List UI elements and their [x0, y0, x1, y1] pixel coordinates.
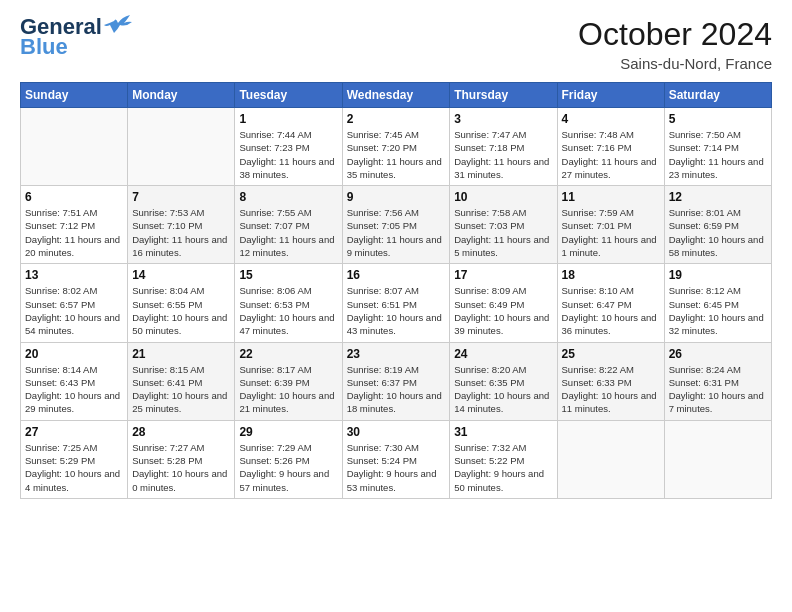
day-number: 11 — [562, 190, 660, 204]
col-header-thursday: Thursday — [450, 83, 557, 108]
daylight: Daylight: 10 hours and 7 minutes. — [669, 390, 764, 414]
sunrise: Sunrise: 8:06 AM — [239, 285, 311, 296]
daylight: Daylight: 11 hours and 31 minutes. — [454, 156, 549, 180]
daylight: Daylight: 9 hours and 57 minutes. — [239, 468, 329, 492]
sunrise: Sunrise: 7:51 AM — [25, 207, 97, 218]
col-header-saturday: Saturday — [664, 83, 771, 108]
daylight: Daylight: 10 hours and 39 minutes. — [454, 312, 549, 336]
sunset: Sunset: 6:33 PM — [562, 377, 632, 388]
sunrise: Sunrise: 7:44 AM — [239, 129, 311, 140]
sunset: Sunset: 6:59 PM — [669, 220, 739, 231]
calendar-cell: 19Sunrise: 8:12 AMSunset: 6:45 PMDayligh… — [664, 264, 771, 342]
calendar-cell: 27Sunrise: 7:25 AMSunset: 5:29 PMDayligh… — [21, 420, 128, 498]
day-info: Sunrise: 8:09 AMSunset: 6:49 PMDaylight:… — [454, 284, 552, 337]
daylight: Daylight: 9 hours and 53 minutes. — [347, 468, 437, 492]
calendar-cell: 14Sunrise: 8:04 AMSunset: 6:55 PMDayligh… — [128, 264, 235, 342]
calendar-cell — [21, 108, 128, 186]
sunset: Sunset: 5:26 PM — [239, 455, 309, 466]
calendar-cell: 7Sunrise: 7:53 AMSunset: 7:10 PMDaylight… — [128, 186, 235, 264]
sunset: Sunset: 7:01 PM — [562, 220, 632, 231]
day-number: 13 — [25, 268, 123, 282]
sunset: Sunset: 6:31 PM — [669, 377, 739, 388]
calendar-cell: 16Sunrise: 8:07 AMSunset: 6:51 PMDayligh… — [342, 264, 450, 342]
sunset: Sunset: 6:43 PM — [25, 377, 95, 388]
day-number: 15 — [239, 268, 337, 282]
sunset: Sunset: 7:10 PM — [132, 220, 202, 231]
header: General Blue October 2024 Sains-du-Nord,… — [20, 16, 772, 72]
day-info: Sunrise: 7:50 AMSunset: 7:14 PMDaylight:… — [669, 128, 767, 181]
calendar-cell: 8Sunrise: 7:55 AMSunset: 7:07 PMDaylight… — [235, 186, 342, 264]
day-info: Sunrise: 7:55 AMSunset: 7:07 PMDaylight:… — [239, 206, 337, 259]
sunrise: Sunrise: 8:01 AM — [669, 207, 741, 218]
logo-bird-icon — [104, 15, 132, 35]
calendar-cell: 23Sunrise: 8:19 AMSunset: 6:37 PMDayligh… — [342, 342, 450, 420]
day-number: 20 — [25, 347, 123, 361]
day-number: 28 — [132, 425, 230, 439]
col-header-sunday: Sunday — [21, 83, 128, 108]
daylight: Daylight: 11 hours and 38 minutes. — [239, 156, 334, 180]
sunrise: Sunrise: 8:14 AM — [25, 364, 97, 375]
daylight: Daylight: 10 hours and 43 minutes. — [347, 312, 442, 336]
day-number: 21 — [132, 347, 230, 361]
day-number: 25 — [562, 347, 660, 361]
sunrise: Sunrise: 8:10 AM — [562, 285, 634, 296]
daylight: Daylight: 11 hours and 20 minutes. — [25, 234, 120, 258]
calendar-cell: 15Sunrise: 8:06 AMSunset: 6:53 PMDayligh… — [235, 264, 342, 342]
calendar-cell: 18Sunrise: 8:10 AMSunset: 6:47 PMDayligh… — [557, 264, 664, 342]
day-info: Sunrise: 8:22 AMSunset: 6:33 PMDaylight:… — [562, 363, 660, 416]
day-number: 8 — [239, 190, 337, 204]
daylight: Daylight: 11 hours and 1 minute. — [562, 234, 657, 258]
day-number: 1 — [239, 112, 337, 126]
daylight: Daylight: 11 hours and 9 minutes. — [347, 234, 442, 258]
day-number: 16 — [347, 268, 446, 282]
daylight: Daylight: 10 hours and 25 minutes. — [132, 390, 227, 414]
daylight: Daylight: 11 hours and 16 minutes. — [132, 234, 227, 258]
sunset: Sunset: 7:23 PM — [239, 142, 309, 153]
day-info: Sunrise: 8:19 AMSunset: 6:37 PMDaylight:… — [347, 363, 446, 416]
day-info: Sunrise: 7:56 AMSunset: 7:05 PMDaylight:… — [347, 206, 446, 259]
calendar-cell: 30Sunrise: 7:30 AMSunset: 5:24 PMDayligh… — [342, 420, 450, 498]
calendar-cell — [557, 420, 664, 498]
sunrise: Sunrise: 7:59 AM — [562, 207, 634, 218]
sunrise: Sunrise: 7:58 AM — [454, 207, 526, 218]
daylight: Daylight: 10 hours and 47 minutes. — [239, 312, 334, 336]
daylight: Daylight: 11 hours and 5 minutes. — [454, 234, 549, 258]
day-number: 9 — [347, 190, 446, 204]
day-info: Sunrise: 7:51 AMSunset: 7:12 PMDaylight:… — [25, 206, 123, 259]
day-info: Sunrise: 8:14 AMSunset: 6:43 PMDaylight:… — [25, 363, 123, 416]
sunrise: Sunrise: 8:20 AM — [454, 364, 526, 375]
day-number: 12 — [669, 190, 767, 204]
day-info: Sunrise: 8:20 AMSunset: 6:35 PMDaylight:… — [454, 363, 552, 416]
sunrise: Sunrise: 8:12 AM — [669, 285, 741, 296]
sunset: Sunset: 5:29 PM — [25, 455, 95, 466]
daylight: Daylight: 10 hours and 4 minutes. — [25, 468, 120, 492]
day-number: 7 — [132, 190, 230, 204]
daylight: Daylight: 10 hours and 21 minutes. — [239, 390, 334, 414]
calendar-header-row: SundayMondayTuesdayWednesdayThursdayFrid… — [21, 83, 772, 108]
daylight: Daylight: 10 hours and 32 minutes. — [669, 312, 764, 336]
day-info: Sunrise: 8:06 AMSunset: 6:53 PMDaylight:… — [239, 284, 337, 337]
day-number: 3 — [454, 112, 552, 126]
sunset: Sunset: 5:28 PM — [132, 455, 202, 466]
daylight: Daylight: 10 hours and 29 minutes. — [25, 390, 120, 414]
calendar-cell: 9Sunrise: 7:56 AMSunset: 7:05 PMDaylight… — [342, 186, 450, 264]
calendar-week-1: 1Sunrise: 7:44 AMSunset: 7:23 PMDaylight… — [21, 108, 772, 186]
location: Sains-du-Nord, France — [578, 55, 772, 72]
day-info: Sunrise: 7:53 AMSunset: 7:10 PMDaylight:… — [132, 206, 230, 259]
sunrise: Sunrise: 7:25 AM — [25, 442, 97, 453]
day-number: 14 — [132, 268, 230, 282]
calendar-cell: 21Sunrise: 8:15 AMSunset: 6:41 PMDayligh… — [128, 342, 235, 420]
day-info: Sunrise: 7:47 AMSunset: 7:18 PMDaylight:… — [454, 128, 552, 181]
calendar-cell: 6Sunrise: 7:51 AMSunset: 7:12 PMDaylight… — [21, 186, 128, 264]
sunrise: Sunrise: 8:09 AM — [454, 285, 526, 296]
calendar-cell: 1Sunrise: 7:44 AMSunset: 7:23 PMDaylight… — [235, 108, 342, 186]
sunset: Sunset: 7:20 PM — [347, 142, 417, 153]
sunrise: Sunrise: 7:50 AM — [669, 129, 741, 140]
day-number: 30 — [347, 425, 446, 439]
sunset: Sunset: 7:07 PM — [239, 220, 309, 231]
daylight: Daylight: 10 hours and 14 minutes. — [454, 390, 549, 414]
sunrise: Sunrise: 7:30 AM — [347, 442, 419, 453]
calendar-cell: 20Sunrise: 8:14 AMSunset: 6:43 PMDayligh… — [21, 342, 128, 420]
day-info: Sunrise: 8:24 AMSunset: 6:31 PMDaylight:… — [669, 363, 767, 416]
sunrise: Sunrise: 8:07 AM — [347, 285, 419, 296]
